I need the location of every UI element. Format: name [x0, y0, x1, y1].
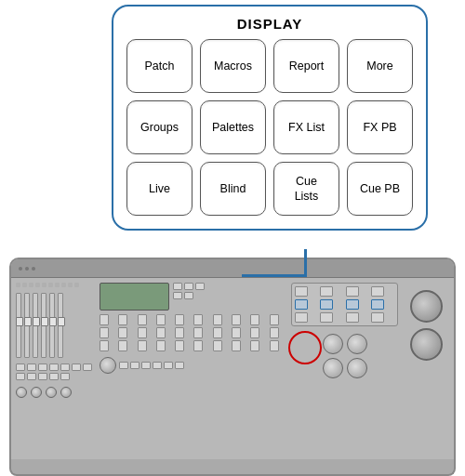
encoder-2[interactable] [31, 387, 42, 398]
cluster-btn-active[interactable] [371, 299, 384, 310]
main-btn[interactable] [138, 327, 147, 338]
cluster-btn[interactable] [371, 312, 384, 323]
main-btn[interactable] [250, 340, 259, 351]
fx-list-button[interactable]: FX List [273, 100, 339, 154]
main-encoder-1[interactable] [410, 290, 443, 323]
report-button[interactable]: Report [273, 39, 339, 93]
button-grid: Patch Macros Report More Groups Palettes… [126, 39, 413, 216]
cue-pb-button[interactable]: Cue PB [347, 162, 413, 216]
cluster-btn[interactable] [320, 312, 333, 323]
fader-2[interactable] [24, 293, 30, 358]
fader-btn[interactable] [27, 373, 36, 380]
fader-btn[interactable] [83, 364, 92, 371]
fader-btn[interactable] [16, 373, 25, 380]
patch-button[interactable]: Patch [126, 39, 193, 93]
main-btn[interactable] [232, 340, 241, 351]
fader-btn[interactable] [27, 364, 36, 371]
cluster-btn[interactable] [295, 312, 308, 323]
cluster-btn-active[interactable] [320, 299, 333, 310]
cluster-btn[interactable] [346, 286, 359, 297]
main-btn[interactable] [193, 340, 203, 351]
fader-btn[interactable] [49, 364, 59, 371]
fader-1[interactable] [16, 293, 21, 358]
main-btn[interactable] [232, 314, 241, 325]
right-knob-4[interactable] [347, 358, 367, 378]
fader-btn[interactable] [60, 373, 70, 380]
fader-btn[interactable] [38, 373, 47, 380]
main-btn[interactable] [213, 327, 222, 338]
main-btn[interactable] [118, 314, 127, 325]
main-btn[interactable] [213, 314, 222, 325]
main-btn[interactable] [250, 314, 259, 325]
main-btn[interactable] [175, 327, 184, 338]
cluster-btn[interactable] [371, 286, 384, 297]
main-encoder-2[interactable] [410, 328, 443, 361]
main-btn[interactable] [232, 327, 241, 338]
cluster-btn[interactable] [320, 286, 333, 297]
main-btn[interactable] [118, 327, 127, 338]
bottom-btn[interactable] [130, 362, 140, 369]
main-btn[interactable] [156, 327, 166, 338]
main-btn[interactable] [175, 314, 184, 325]
console-bottom-lip [9, 459, 456, 476]
cue-lists-button[interactable]: CueLists [273, 162, 339, 216]
mini-btn[interactable] [195, 283, 205, 290]
mini-btn[interactable] [184, 283, 193, 290]
main-btn[interactable] [100, 340, 109, 351]
encoder-1[interactable] [16, 387, 27, 398]
main-btn[interactable] [156, 340, 166, 351]
main-btn[interactable] [118, 340, 127, 351]
cluster-btn-active[interactable] [295, 299, 308, 310]
mini-btn[interactable] [173, 292, 182, 299]
main-btn[interactable] [193, 327, 203, 338]
fader-3[interactable] [33, 293, 38, 358]
main-btn[interactable] [270, 327, 279, 338]
cluster-btn-active[interactable] [346, 299, 359, 310]
groups-button[interactable]: Groups [126, 100, 193, 154]
fader-btn[interactable] [60, 364, 70, 371]
bottom-btn[interactable] [141, 362, 151, 369]
main-btn[interactable] [270, 340, 279, 351]
main-btn[interactable] [213, 340, 222, 351]
fader-4[interactable] [41, 293, 46, 358]
main-btn[interactable] [193, 314, 203, 325]
main-btn[interactable] [250, 327, 259, 338]
fader-btn[interactable] [16, 364, 25, 371]
right-knob-1[interactable] [323, 334, 343, 354]
main-btn[interactable] [138, 340, 147, 351]
cluster-btn[interactable] [346, 312, 359, 323]
callout-circle [288, 331, 322, 364]
palettes-button[interactable]: Palettes [200, 100, 266, 154]
main-btn[interactable] [100, 327, 109, 338]
console-interior [11, 278, 454, 469]
bottom-btn[interactable] [175, 362, 184, 369]
fader-btn[interactable] [49, 373, 59, 380]
encoder-3[interactable] [46, 387, 57, 398]
fx-pb-button[interactable]: FX PB [347, 100, 413, 154]
encoder-4[interactable] [60, 387, 72, 398]
fader-btn[interactable] [72, 364, 81, 371]
main-btn[interactable] [138, 314, 147, 325]
main-btn[interactable] [156, 314, 166, 325]
cluster-btn[interactable] [295, 286, 308, 297]
macros-button[interactable]: Macros [200, 39, 266, 93]
blind-button[interactable]: Blind [200, 162, 266, 216]
bottom-btn[interactable] [153, 362, 162, 369]
more-button[interactable]: More [347, 39, 413, 93]
right-knob-3[interactable] [323, 358, 343, 378]
main-btn[interactable] [100, 314, 109, 325]
display-panel: DISPLAY Patch Macros Report More Groups … [112, 5, 428, 231]
main-btn[interactable] [175, 340, 184, 351]
right-knob-2[interactable] [347, 334, 367, 354]
large-encoder[interactable] [100, 357, 116, 374]
mini-btn[interactable] [184, 292, 193, 299]
fader-6[interactable] [58, 293, 63, 358]
center-section [100, 283, 286, 465]
bottom-btn[interactable] [119, 362, 128, 369]
bottom-btn[interactable] [164, 362, 173, 369]
main-btn[interactable] [270, 314, 279, 325]
fader-5[interactable] [49, 293, 55, 358]
fader-btn[interactable] [38, 364, 47, 371]
live-button[interactable]: Live [126, 162, 193, 216]
mini-btn[interactable] [173, 283, 182, 290]
